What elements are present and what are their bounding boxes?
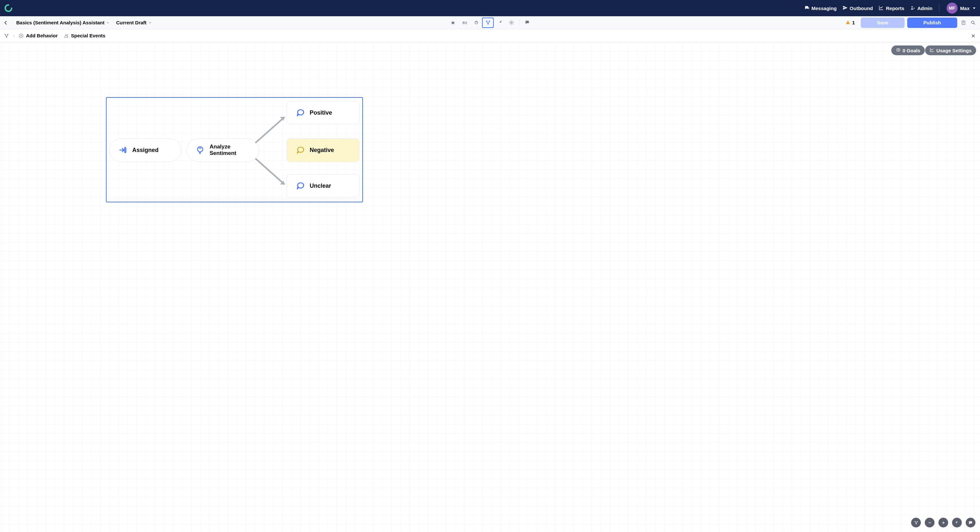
nav-label: Outbound <box>850 6 873 11</box>
paper-plane-icon <box>843 5 848 11</box>
svg-rect-10 <box>962 21 965 25</box>
breadcrumb-label: Current Draft <box>116 20 146 25</box>
ai-tool[interactable] <box>471 17 482 28</box>
pill-label: 0 Goals <box>903 48 920 53</box>
toolbar: Basics (Sentiment Analysis) Assistant Cu… <box>0 16 980 29</box>
zoom-out-button[interactable] <box>925 518 934 527</box>
warning-number: 1 <box>852 20 854 25</box>
fit-view-button[interactable] <box>911 518 921 527</box>
function-tool[interactable]: f(x) <box>459 17 471 28</box>
nav-outbound[interactable]: Outbound <box>843 5 873 11</box>
svg-point-26 <box>916 523 916 524</box>
arrow-in-icon <box>118 145 128 155</box>
nav-label: Messaging <box>811 6 837 11</box>
node-label: Unclear <box>310 183 331 189</box>
warning-count[interactable]: 1 <box>845 20 854 25</box>
app-logo[interactable] <box>4 3 13 13</box>
brain-icon <box>195 145 205 155</box>
warning-icon <box>845 20 850 25</box>
top-nav: Messaging Outbound Reports Admin MF Max <box>0 0 980 16</box>
node-label: Negative <box>310 147 334 154</box>
node-assigned[interactable]: Assigned <box>109 138 181 162</box>
users-cog-icon <box>910 5 915 11</box>
nav-label: Admin <box>917 6 932 11</box>
comments-icon <box>804 5 810 11</box>
svg-point-3 <box>452 22 454 24</box>
svg-text:f(x): f(x) <box>462 21 467 24</box>
add-behavior[interactable]: Add Behavior <box>19 33 58 38</box>
breadcrumb-draft[interactable]: Current Draft <box>113 20 155 25</box>
node-label-line: Analyze <box>210 144 236 150</box>
node-label: Positive <box>310 110 332 116</box>
settings-tool[interactable] <box>506 17 517 28</box>
comments-tool[interactable] <box>522 17 533 28</box>
avatar-initials: MF <box>949 6 955 11</box>
strip-label: Special Events <box>71 33 106 38</box>
user-menu[interactable]: MF Max <box>947 3 975 14</box>
secondary-strip: › Add Behavior Special Events ✕ <box>0 29 980 42</box>
breadcrumb-label: Basics (Sentiment Analysis) Assistant <box>16 20 104 25</box>
chart-line-icon <box>879 5 884 11</box>
chevron-down-icon <box>973 8 975 9</box>
pill-label: Usage Settings <box>937 48 972 53</box>
target-icon <box>896 48 901 53</box>
svg-point-19 <box>197 147 203 152</box>
svg-point-0 <box>5 5 12 11</box>
tools-tool[interactable] <box>494 17 506 28</box>
comment-icon <box>295 108 305 118</box>
canvas-controls <box>911 518 975 527</box>
node-negative[interactable]: Negative <box>286 138 360 162</box>
strip-label: Add Behavior <box>26 33 58 38</box>
toolbar-tool-group: f(x) <box>447 17 533 28</box>
svg-point-1 <box>912 6 913 8</box>
svg-point-2 <box>913 8 915 9</box>
node-label: Assigned <box>132 147 159 154</box>
avatar: MF <box>947 3 958 14</box>
goals-pill[interactable]: 0 Goals <box>891 46 925 55</box>
comment-icon <box>295 181 305 191</box>
svg-point-18 <box>897 49 899 51</box>
nav-reports[interactable]: Reports <box>879 5 904 11</box>
fullscreen-button[interactable] <box>952 518 962 527</box>
notes-button[interactable] <box>960 19 967 26</box>
node-positive[interactable]: Positive <box>286 101 360 124</box>
toolbar-right: 1 Save Publish <box>845 17 977 28</box>
publish-button[interactable]: Publish <box>907 17 957 28</box>
node-unclear[interactable]: Unclear <box>286 174 360 197</box>
svg-point-16 <box>67 34 68 35</box>
svg-point-9 <box>511 22 512 23</box>
nav-label: Reports <box>886 6 904 11</box>
nav-admin[interactable]: Admin <box>910 5 932 11</box>
usage-settings-pill[interactable]: Usage Settings <box>925 46 976 55</box>
node-label-line: Sentiment <box>210 150 236 157</box>
flow-tool[interactable] <box>482 17 494 28</box>
node-label: Analyze Sentiment <box>210 144 236 156</box>
save-button[interactable]: Save <box>861 17 905 28</box>
node-analyze-sentiment[interactable]: Analyze Sentiment <box>186 138 259 162</box>
search-button[interactable] <box>970 19 977 26</box>
zoom-in-button[interactable] <box>939 518 948 527</box>
comment-icon <box>295 145 305 155</box>
back-button[interactable] <box>3 20 8 25</box>
special-events[interactable]: Special Events <box>64 33 106 38</box>
nav-messaging[interactable]: Messaging <box>804 5 837 11</box>
chart-icon <box>930 48 934 53</box>
user-name: Max <box>960 6 970 11</box>
breadcrumb-assistant[interactable]: Basics (Sentiment Analysis) Assistant <box>13 20 113 25</box>
close-button[interactable]: ✕ <box>971 33 975 39</box>
chevron-right-icon: › <box>13 33 14 38</box>
nav-divider <box>939 4 939 12</box>
diagram-mode[interactable] <box>4 33 9 38</box>
canvas[interactable]: 0 Goals Usage Settings Assigned Analyze … <box>0 42 980 532</box>
bug-tool[interactable] <box>447 17 459 28</box>
toolbar-separator <box>519 19 520 26</box>
chat-button[interactable] <box>966 518 975 527</box>
svg-point-11 <box>972 21 974 23</box>
